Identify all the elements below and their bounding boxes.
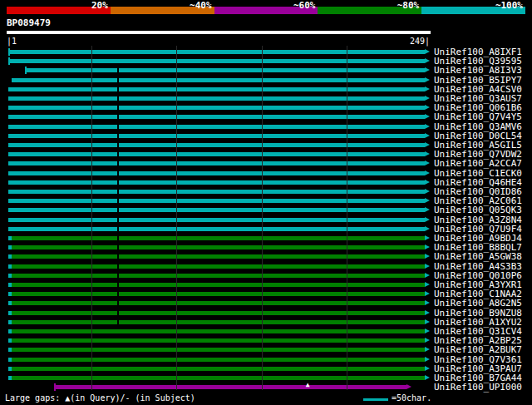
alignment-bar[interactable] [8, 125, 425, 129]
hit-row: UniRef100_A5GW38 [0, 252, 532, 261]
alignment-bar[interactable] [8, 218, 425, 222]
start-cap [25, 67, 27, 74]
hit-label[interactable]: UniRef100_A2BUK7 [434, 345, 522, 354]
hit-label[interactable]: UniRef100_A8I3V3 [434, 66, 522, 75]
arrow-tip-icon [425, 189, 430, 194]
subject-gap-tick [117, 274, 119, 278]
alignment-bar[interactable] [8, 274, 425, 278]
arrow-tip-icon [425, 244, 430, 249]
alignment-bar[interactable] [8, 245, 425, 249]
hit-label[interactable]: UniRef100_Q7V361 [434, 355, 522, 364]
alignment-bar[interactable] [8, 311, 425, 315]
alignment-bar[interactable] [8, 50, 425, 54]
identity-key-label: ~60% [293, 1, 316, 10]
hit-label[interactable]: UniRef100_A2CCA7 [434, 159, 522, 168]
lead-segment [8, 264, 12, 269]
grid-line [347, 46, 347, 390]
alignment-bar[interactable] [8, 264, 425, 269]
hit-row: UniRef100_B9NZU8 [0, 309, 532, 318]
lead-segment [8, 236, 12, 240]
alignment-bar[interactable] [8, 367, 425, 371]
grid-line [262, 46, 263, 390]
identity-key-label: 20% [91, 1, 108, 10]
subject-gap-tick [117, 264, 119, 269]
hit-label[interactable]: UniRef100_Q7V4Y5 [434, 112, 522, 121]
arrow-tip-icon [425, 96, 430, 101]
hit-label[interactable]: UniRef100_B5IPY7 [434, 76, 522, 85]
alignment-bar[interactable] [12, 78, 425, 82]
grid-line [176, 46, 177, 390]
large-gaps-legend: Large gaps: ▲(in Query)/- (in Subject) [5, 393, 195, 403]
hit-label[interactable]: UniRef100_A3Z8N4 [434, 215, 522, 225]
hit-row: UniRef100_C1ECK0 [0, 169, 532, 178]
alignment-bar[interactable] [54, 385, 406, 389]
alignment-bar[interactable] [8, 199, 425, 203]
hit-label[interactable]: UniRef100_C1ECK0 [434, 169, 522, 178]
alignment-bar[interactable] [25, 68, 425, 72]
arrow-tip-icon [425, 133, 430, 138]
subject-gap-tick [117, 208, 119, 212]
arrow-tip-icon [425, 170, 430, 175]
subject-gap-tick [117, 283, 119, 287]
alignment-bar[interactable] [8, 320, 425, 324]
arrow-tip-icon [425, 77, 430, 82]
subject-gap-tick [117, 171, 119, 175]
hit-label[interactable]: UniRef100_A8G2N5 [434, 299, 522, 308]
alignment-bar[interactable] [8, 301, 425, 305]
hit-label[interactable]: UniRef100_A4S3B3 [434, 262, 522, 271]
hit-row: UniRef100_Q05QK3 [0, 205, 532, 215]
hit-label[interactable]: UniRef100_UPI000 [434, 383, 522, 392]
alignment-bar[interactable] [8, 152, 425, 156]
hit-label[interactable]: UniRef100_Q05QK3 [434, 205, 522, 215]
subject-gap-tick [117, 161, 119, 165]
hit-row: UniRef100_A8G2N5 [0, 299, 532, 308]
subject-gap-tick [117, 236, 119, 240]
alignment-bar[interactable] [8, 161, 425, 165]
alignment-bar[interactable] [8, 227, 425, 231]
arrow-tip-icon [425, 58, 430, 63]
lead-segment [8, 329, 12, 333]
hit-label[interactable]: UniRef100_B9NZU8 [434, 309, 522, 318]
alignment-bar[interactable] [8, 348, 425, 352]
alignment-bar[interactable] [8, 106, 425, 110]
grid-line [91, 46, 92, 390]
hit-label[interactable]: UniRef100_Q3AMV6 [434, 122, 522, 131]
subject-gap-tick [117, 78, 119, 82]
lead-segment [8, 311, 12, 315]
alignment-bar[interactable] [8, 283, 425, 287]
lead-segment [8, 348, 12, 352]
subject-gap-tick [117, 125, 119, 129]
alignment-bar[interactable] [8, 190, 425, 194]
alignment-bar[interactable] [8, 329, 425, 333]
subject-gap-tick [117, 320, 119, 324]
alignment-bar[interactable] [8, 87, 425, 91]
alignment-bar[interactable] [8, 292, 425, 296]
alignment-bar[interactable] [8, 59, 425, 63]
lead-segment [8, 367, 12, 371]
alignment-bar[interactable] [8, 208, 425, 212]
subject-gap-tick [117, 106, 119, 110]
identity-key-label: ~100% [495, 1, 523, 10]
hit-row: UniRef100_Q7V4Y5 [0, 112, 532, 121]
arrow-tip-icon [425, 291, 430, 296]
alignment-bar[interactable] [8, 358, 425, 362]
alignment-bar[interactable] [8, 171, 425, 175]
alignment-bar[interactable] [8, 96, 425, 101]
alignment-bar[interactable] [8, 376, 425, 380]
alignment-bar[interactable] [8, 338, 425, 343]
subject-gap-tick [117, 96, 119, 101]
hit-label[interactable]: UniRef100_A5GW38 [434, 252, 522, 261]
identity-key-label: ~40% [190, 1, 212, 10]
hit-row: UniRef100_A2BUK7 [0, 345, 532, 354]
lead-segment [8, 292, 12, 296]
hit-row: UniRef100_Q7V361 [0, 355, 532, 364]
query-sequence-bar [7, 31, 431, 34]
alignment-bar[interactable] [8, 236, 425, 240]
alignment-bar[interactable] [8, 115, 425, 119]
alignment-bar[interactable] [8, 143, 425, 147]
alignment-bar[interactable] [8, 180, 425, 185]
alignment-bar[interactable] [8, 134, 425, 138]
subject-gap-tick [117, 134, 119, 138]
start-cap [54, 383, 56, 391]
alignment-bar[interactable] [8, 254, 425, 259]
